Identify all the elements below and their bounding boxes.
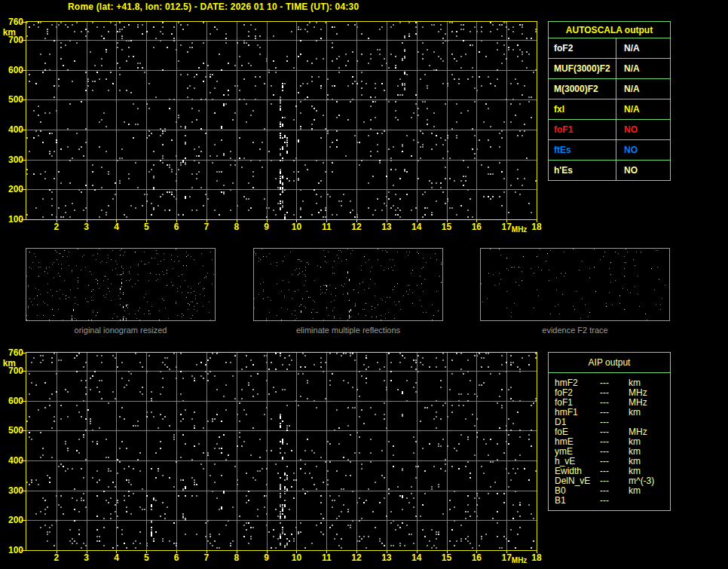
aip-row-d1: D1--- xyxy=(555,418,670,427)
panel-canvas-evidence xyxy=(481,249,669,320)
x-axis-label: 15 xyxy=(436,552,458,563)
aip-row-b1: B1--- xyxy=(555,496,670,506)
y-axis-label: 600 xyxy=(0,65,23,75)
aip-unit: km xyxy=(629,408,670,418)
autoscala-param-label: fxI xyxy=(549,99,616,119)
x-axis-label: 4 xyxy=(105,552,127,563)
x-axis-label: 6 xyxy=(165,552,188,563)
x-axis-label: 4 xyxy=(105,222,127,232)
x-axis-label: 13 xyxy=(375,222,398,232)
aip-row-hmf1: hmF1---km xyxy=(555,408,670,418)
x-axis-label: 2 xyxy=(45,552,68,563)
aip-row-b0: B0---km xyxy=(555,486,670,496)
station-title: Rome (lat: +41.8, lon: 012.5) - DATE: 20… xyxy=(68,2,359,12)
ionogram-plot-bottom xyxy=(26,352,537,551)
autoscala-row-fof2: foF2N/A xyxy=(549,38,670,59)
autoscala-table-body: foF2N/AMUF(3000)F2N/AM(3000)F2N/AfxIN/Af… xyxy=(549,38,670,180)
x-axis-label: 7 xyxy=(195,552,218,563)
x-axis-label: 14 xyxy=(405,552,428,563)
x-axis-label: 9 xyxy=(255,222,278,232)
x-axis-label: 16 xyxy=(465,222,488,232)
y-axis-label: 600 xyxy=(0,396,23,406)
x-axis-label: 12 xyxy=(345,552,368,563)
x-axis-label: 3 xyxy=(75,552,98,563)
ionogram-canvas-top xyxy=(26,22,537,219)
aip-row-delnve: DelN_vE---m^(-3) xyxy=(555,476,670,486)
x-axis-label: 10 xyxy=(285,552,307,563)
aip-label: B1 xyxy=(555,496,600,506)
x-axis-label: 10 xyxy=(285,222,307,232)
y-axis-unit: km xyxy=(0,28,16,38)
x-axis-label: 5 xyxy=(135,222,158,232)
panel-canvas-original xyxy=(26,249,215,320)
aip-value: --- xyxy=(600,496,629,506)
x-axis-label: 11 xyxy=(315,552,338,563)
y-axis-unit: km xyxy=(0,359,16,369)
autoscala-param-label: foF1 xyxy=(549,120,616,139)
ionogram-canvas-bottom xyxy=(26,353,537,550)
y-axis-label: 200 xyxy=(0,515,23,525)
autoscala-param-label: foF2 xyxy=(549,38,616,58)
y-axis-label: 500 xyxy=(0,425,23,436)
x-axis-label: 5 xyxy=(135,552,158,563)
y-axis-label: 500 xyxy=(0,94,23,105)
autoscala-param-value: NO xyxy=(616,140,670,160)
aip-table-header: AIP output xyxy=(549,353,670,373)
y-axis-label: 400 xyxy=(0,124,23,135)
autoscala-param-value: N/A xyxy=(616,99,670,119)
panel-caption-evidence: evidence F2 trace xyxy=(480,326,670,335)
autoscala-param-label: ftEs xyxy=(549,140,616,160)
x-axis-label: 16 xyxy=(465,552,488,563)
autoscala-row-fxi: fxIN/A xyxy=(549,99,670,120)
y-axis-label: 100 xyxy=(0,214,23,225)
x-axis-label: 8 xyxy=(225,222,248,232)
y-axis-label: 760 xyxy=(0,17,23,27)
autoscala-table-header: AUTOSCALA output xyxy=(549,22,670,38)
panel-canvas-reflections xyxy=(254,249,442,320)
ionogram-plot-top xyxy=(26,21,537,220)
x-axis-label: 7 xyxy=(195,222,218,232)
x-axis-label: 11 xyxy=(315,222,338,232)
autoscala-param-label: MUF(3000)F2 xyxy=(549,59,616,78)
autoscala-param-value: N/A xyxy=(616,38,670,58)
autoscala-param-value: NO xyxy=(616,161,670,180)
autoscala-row-ftes: ftEsNO xyxy=(549,140,670,161)
y-axis-label: 200 xyxy=(0,184,23,194)
aip-output-table: AIP output hmF2---kmfoF2---MHzfoF1---MHz… xyxy=(548,352,671,511)
y-axis-label: 300 xyxy=(0,154,23,165)
panel-eliminate-reflections xyxy=(253,248,443,321)
x-axis-label: 6 xyxy=(165,222,188,232)
x-axis-label: 3 xyxy=(75,222,98,232)
panel-caption-original: original ionogram resized xyxy=(26,326,216,335)
autoscala-row-m3000f2: M(3000)F2N/A xyxy=(549,79,670,99)
x-axis-unit: MHz xyxy=(509,556,530,565)
panel-evidence-f2 xyxy=(480,248,670,321)
x-axis-label: 14 xyxy=(405,222,428,232)
autoscala-output-table: AUTOSCALA output foF2N/AMUF(3000)F2N/AM(… xyxy=(548,21,671,181)
x-axis-label: 8 xyxy=(225,552,248,563)
aip-unit: km xyxy=(629,486,670,496)
autoscala-param-value: N/A xyxy=(616,79,670,99)
x-axis-unit: MHz xyxy=(509,225,530,234)
x-axis-label: 15 xyxy=(436,222,458,232)
y-axis-label: 100 xyxy=(0,545,23,555)
autoscala-row-hes: h'EsNO xyxy=(549,161,670,180)
panel-original-ionogram xyxy=(26,248,216,321)
y-axis-label: 760 xyxy=(0,347,23,358)
autoscala-row-muf3000f2: MUF(3000)F2N/A xyxy=(549,59,670,79)
aip-unit xyxy=(629,496,670,506)
autoscala-row-fof1: foF1NO xyxy=(549,120,670,140)
autoscala-param-value: NO xyxy=(616,120,670,139)
y-axis-label: 400 xyxy=(0,455,23,466)
autoscala-param-label: M(3000)F2 xyxy=(549,79,616,99)
x-axis-label: 12 xyxy=(345,222,368,232)
aip-table-body: hmF2---kmfoF2---MHzfoF1---MHzhmF1---kmD1… xyxy=(549,373,670,510)
x-axis-label: 2 xyxy=(45,222,68,232)
autoscala-output-screen: Rome (lat: +41.8, lon: 012.5) - DATE: 20… xyxy=(0,0,728,569)
x-axis-label: 13 xyxy=(375,552,398,563)
autoscala-param-value: N/A xyxy=(616,59,670,78)
x-axis-label: 9 xyxy=(255,552,278,563)
autoscala-param-label: h'Es xyxy=(549,161,616,180)
y-axis-label: 300 xyxy=(0,485,23,496)
panel-caption-reflections: eliminate multiple reflections xyxy=(253,326,443,335)
